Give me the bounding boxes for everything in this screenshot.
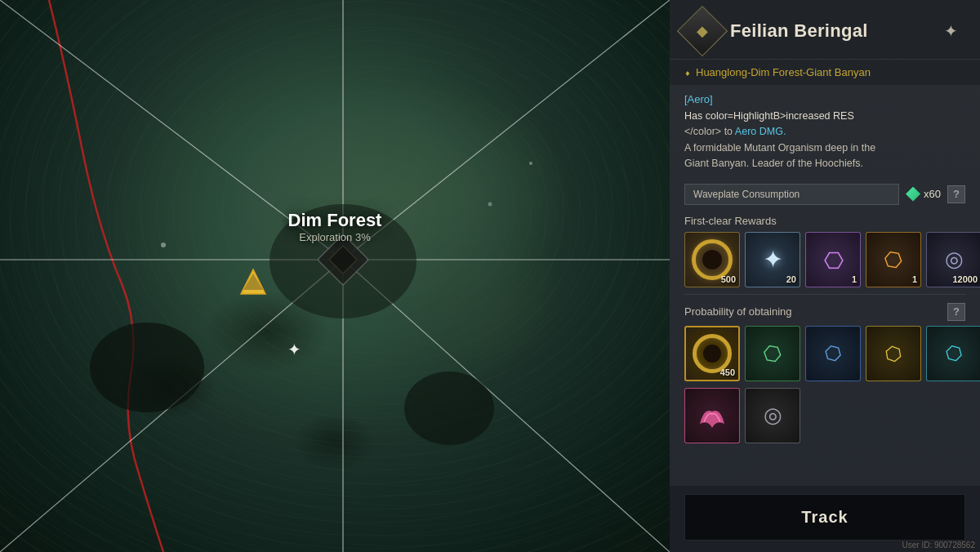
prob-item-green[interactable]: ⬡ [745, 326, 800, 381]
waveplate-gem-icon [906, 187, 920, 202]
waveplate-help-button[interactable]: ? [947, 185, 965, 203]
map-area: ✦ Dim Forest Exploration 3% [0, 0, 670, 552]
reward-count-2: 20 [786, 274, 796, 284]
reward-item-tube-purple[interactable]: ⬡ 1 [805, 232, 861, 287]
reward-count-4: 1 [912, 274, 917, 284]
prob-rewards-row1: 450 ⬡ ⬡ ⬡ ⬡ [670, 326, 980, 388]
description-area: [Aero] Has color=HighlightB>increased RE… [670, 85, 980, 179]
reward-count-1: 500 [721, 274, 736, 284]
prob-item-gold-ring[interactable]: 450 [684, 326, 740, 381]
prob-label: Probability of obtaining [684, 305, 792, 318]
cyan-tube-icon: ⬡ [926, 326, 980, 381]
location-row: ⬧ Huanglong-Dim Forest-Giant Banyan [670, 60, 980, 85]
prob-item-cyan[interactable]: ⬡ [926, 326, 980, 381]
reward-item-gold-ring[interactable]: 500 [684, 232, 740, 287]
reward-item-star[interactable]: ✦ 20 [745, 232, 800, 287]
desc-color-end: </color> to [684, 126, 735, 137]
green-tube-icon: ⬡ [745, 326, 800, 381]
desc-line4: Giant Banyan. Leader of the Hoochiefs. [684, 158, 863, 169]
waveplate-label: Waveplate Consumption [684, 184, 899, 205]
prob-header: Probability of obtaining ? [670, 300, 980, 326]
boss-title: Feilian Beringal [730, 20, 926, 42]
right-panel: ◆ Feilian Beringal ✦ ⬧ Huanglong-Dim For… [670, 0, 980, 552]
prob-count-1: 450 [720, 367, 735, 377]
location-pin-icon: ⬧ [684, 66, 691, 78]
pink-item-icon [685, 389, 739, 443]
reward-count-3: 1 [852, 274, 857, 284]
location-path-label: Huanglong-Dim Forest-Giant Banyan [696, 66, 871, 78]
desc-text: Has color=HighlightB>increased RES </col… [684, 109, 965, 172]
waveplate-row: Waveplate Consumption x60 ? [670, 179, 980, 211]
prob-rewards-row2: ◎ [670, 388, 980, 450]
reward-item-tube-orange[interactable]: ⬡ 1 [866, 232, 921, 287]
desc-line3: A formidable Mutant Organism deep in the [684, 142, 875, 154]
compass-button[interactable]: ✦ [936, 16, 965, 46]
panel-header: ◆ Feilian Beringal ✦ [670, 0, 980, 60]
prob-item-gray[interactable]: ◎ [745, 388, 800, 443]
waveplate-cost: x60 [906, 187, 941, 202]
reward-count-5: 12000 [952, 274, 978, 284]
boss-icon-inner: ◆ [697, 22, 708, 40]
prob-item-pink[interactable] [684, 388, 740, 443]
first-clear-label: First-clear Rewards [670, 211, 980, 232]
blue-tube-icon: ⬡ [805, 326, 861, 381]
track-button[interactable]: Track [684, 494, 965, 541]
boss-icon: ◆ [677, 6, 728, 56]
gray-item-icon: ◎ [746, 389, 800, 443]
prob-item-yellow[interactable]: ⬡ [866, 326, 921, 381]
section-divider [684, 294, 965, 295]
first-clear-rewards-row: 500 ✦ 20 ⬡ 1 ⬡ 1 ◎ 12000 [670, 232, 980, 294]
aero-tag: [Aero] [684, 93, 965, 105]
desc-highlight: Has color=HighlightB>increased RES [684, 110, 854, 122]
waveplate-count: x60 [924, 188, 941, 200]
aero-dmg-link: Aero DMG. [735, 126, 786, 137]
prob-item-blue[interactable]: ⬡ [805, 326, 861, 381]
yellow-item-icon: ⬡ [866, 326, 921, 381]
user-id: User ID: 900728562 [902, 541, 975, 550]
reward-item-shell[interactable]: ◎ 12000 [926, 232, 980, 287]
prob-help-button[interactable]: ? [947, 303, 965, 321]
map-contours [0, 0, 670, 552]
